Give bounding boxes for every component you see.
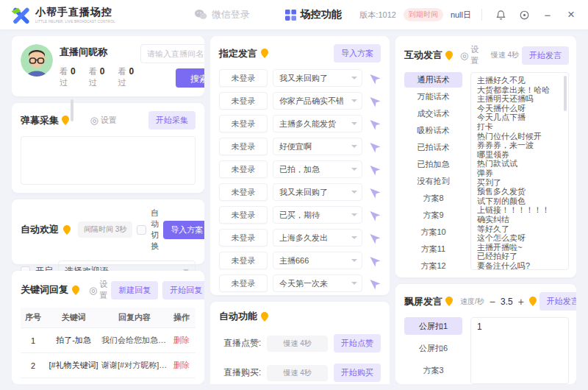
floating-tab[interactable]: 方案3 <box>404 361 462 379</box>
speed-plus-button[interactable]: + <box>516 296 526 308</box>
interval-pill: 间隔时间 3秒 <box>78 221 132 238</box>
divider <box>481 9 482 21</box>
keyword-settings-button[interactable]: ◎ 设置 <box>89 279 107 301</box>
send-icon[interactable] <box>365 228 383 247</box>
script-message: 主播好久不见 <box>477 76 562 85</box>
send-icon[interactable] <box>365 91 383 110</box>
start-floating-button[interactable]: 开始发言 <box>539 292 576 311</box>
search-button[interactable]: 搜索 <box>176 68 204 88</box>
lamp-icon <box>529 297 537 306</box>
script-tab[interactable]: 成交话术 <box>404 106 462 121</box>
login-status-box[interactable]: 未登录 <box>219 138 268 155</box>
script-message: 主播明天还播吗 <box>477 94 562 104</box>
login-status-box[interactable]: 未登录 <box>219 160 268 178</box>
script-tab[interactable]: 已拍加急 <box>404 157 462 172</box>
send-icon[interactable] <box>365 182 383 201</box>
lamp-icon <box>445 297 453 306</box>
designated-speech-row: 未登录 好便宜啊 <box>219 138 381 155</box>
script-tab[interactable]: 方案8 <box>404 191 462 206</box>
wechat-login-button[interactable]: 微信登录 <box>194 8 250 21</box>
send-icon[interactable] <box>365 68 383 87</box>
floating-text-area[interactable]: 1 <box>470 317 569 384</box>
script-tab[interactable]: 万能话术 <box>404 89 462 104</box>
script-message: 今天几点下播 <box>477 113 562 122</box>
minimize-button[interactable]: − <box>539 7 556 23</box>
scrollbar[interactable] <box>564 76 567 111</box>
login-status-box[interactable]: 未登录 <box>219 274 268 292</box>
script-message: 试下别的颜色 <box>477 196 562 206</box>
login-status-box[interactable]: 未登录 <box>219 206 268 224</box>
send-icon[interactable] <box>365 114 383 132</box>
send-icon[interactable] <box>365 274 383 292</box>
script-tab[interactable]: 方案12 <box>404 258 462 270</box>
floating-tab[interactable]: 公屏扣1 <box>404 317 462 335</box>
like-speed-pill: 慢速 4秒 <box>267 336 328 352</box>
app-subtitle: LITTLE HELPER, LIVE BROADCAST CONTROL <box>35 19 115 23</box>
script-tab[interactable]: 方案11 <box>404 241 462 257</box>
message-select[interactable]: 你家产品确实不错 <box>273 92 362 110</box>
chevron-down-icon <box>351 168 357 171</box>
auto-switch-checkbox[interactable] <box>137 225 146 235</box>
message-select[interactable]: 上海多久发出 <box>273 229 362 247</box>
start-reply-button[interactable]: 开始回复 <box>162 281 204 299</box>
message-select[interactable]: 已拍，加急 <box>273 160 362 178</box>
message-select[interactable]: 好便宜啊 <box>273 138 362 155</box>
speed-minus-button[interactable]: − <box>487 296 498 308</box>
target-icon[interactable] <box>516 7 532 23</box>
lamp-icon <box>445 51 453 60</box>
floating-tab-list: 公屏扣1 公屏扣6 方案3 方案4 <box>404 317 466 384</box>
floating-tab[interactable]: 方案4 <box>404 383 462 384</box>
script-tab[interactable]: 方案9 <box>404 208 462 223</box>
auto-welcome-title: 自动欢迎 <box>21 223 59 236</box>
app-logo: 小帮手直播场控 LITTLE HELPER, LIVE BROADCAST CO… <box>10 5 124 24</box>
app-title: 小帮手直播场控 <box>35 6 124 19</box>
send-icon[interactable] <box>365 205 383 224</box>
chevron-down-icon <box>351 77 357 79</box>
send-icon[interactable] <box>365 137 383 155</box>
room-name-input[interactable] <box>140 44 204 63</box>
login-status-box[interactable]: 未登录 <box>219 252 268 269</box>
row-reply-content: 我们会给您加急发货 <box>101 335 168 346</box>
message-select[interactable]: 我又来回购了 <box>273 69 362 87</box>
floating-tab[interactable]: 公屏扣6 <box>404 339 462 357</box>
message-select[interactable]: 我又来回购了 <box>273 183 362 201</box>
login-status-box[interactable]: 未登录 <box>219 183 268 201</box>
delete-link[interactable]: 删除 <box>168 335 196 346</box>
send-icon[interactable] <box>365 160 383 178</box>
message-select[interactable]: 今天第一次来 <box>273 274 362 292</box>
script-tab[interactable]: 吸粉话术 <box>404 123 462 138</box>
room-nickname-label: 直播间昵称 <box>60 46 134 59</box>
script-tab[interactable]: 已拍话术 <box>404 140 462 155</box>
close-button[interactable]: × <box>563 7 579 23</box>
import-plan-button[interactable]: 导入方案 <box>334 44 381 63</box>
start-speech-button[interactable]: 开始发言 <box>522 46 569 65</box>
start-buy-button[interactable]: 开始购买 <box>334 364 381 382</box>
message-select[interactable]: 已买，期待 <box>273 206 362 224</box>
message-select[interactable]: 主播666 <box>273 252 362 269</box>
designated-speech-row: 未登录 今天第一次来 <box>219 274 381 292</box>
login-status-box[interactable]: 未登录 <box>219 115 268 132</box>
send-icon[interactable] <box>365 251 383 269</box>
delete-link[interactable]: 删除 <box>168 360 196 371</box>
import-plan-button[interactable]: 导入方案 <box>163 221 204 239</box>
lamp-icon <box>261 312 268 322</box>
chevron-down-icon <box>351 145 357 148</box>
notification-bell-icon[interactable] <box>492 7 509 23</box>
interactive-settings-button[interactable]: ◎ 设置 <box>460 44 482 66</box>
start-like-button[interactable]: 开始点赞 <box>334 334 381 352</box>
script-tab[interactable]: 通用话术 <box>404 72 462 88</box>
tab-field-control[interactable]: 场控功能 <box>285 8 342 21</box>
login-status-box[interactable]: 未登录 <box>219 92 268 110</box>
script-tab[interactable]: 没有抢到 <box>404 174 462 189</box>
start-collect-button[interactable]: 开始采集 <box>148 111 196 130</box>
login-status-box[interactable]: 未登录 <box>219 229 268 247</box>
new-reply-button[interactable]: 新建回复 <box>111 281 158 299</box>
login-status-box[interactable]: 未登录 <box>219 69 268 87</box>
danmu-settings-button[interactable]: ◎ 设置 <box>90 115 116 126</box>
keyword-reply-card: 关键词回复 ◎ 设置 新建回复 开始回复 序号 关键词 回复内容 <box>12 271 204 384</box>
chevron-down-icon <box>351 259 357 262</box>
grid-icon <box>285 10 296 21</box>
message-select[interactable]: 主播多久能发货 <box>273 115 362 132</box>
script-tab[interactable]: 方案10 <box>404 224 462 240</box>
lamp-icon <box>261 49 268 58</box>
